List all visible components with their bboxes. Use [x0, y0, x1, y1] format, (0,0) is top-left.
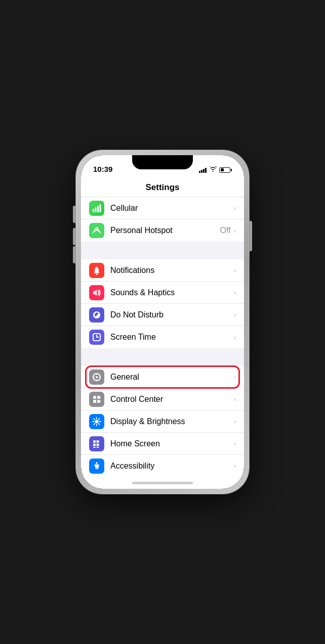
svg-line-28: [94, 424, 95, 425]
phone-frame: 10:39: [76, 150, 249, 494]
accessibility-label: Accessibility: [110, 462, 234, 471]
home-screen-icon: [89, 436, 104, 451]
phone-screen: 10:39: [81, 155, 244, 489]
notch: [132, 155, 193, 169]
settings-item-sounds-haptics[interactable]: Sounds & Haptics ›: [81, 282, 244, 304]
settings-item-notifications[interactable]: Notifications ›: [81, 259, 244, 282]
section-connectivity-items: Cellular ›: [81, 197, 244, 242]
svg-rect-29: [93, 440, 96, 443]
screen-time-label: Screen Time: [110, 333, 234, 342]
general-label: General: [110, 373, 234, 382]
display-brightness-icon: [89, 414, 104, 429]
svg-rect-30: [97, 440, 99, 443]
svg-point-35: [96, 462, 98, 464]
svg-line-25: [94, 419, 95, 420]
home-screen-label: Home Screen: [110, 439, 234, 448]
svg-rect-16: [93, 396, 96, 399]
status-bar: 10:39: [81, 155, 244, 177]
screen-content: 10:39: [81, 155, 244, 489]
settings-item-do-not-disturb[interactable]: Do Not Disturb ›: [81, 304, 244, 326]
svg-rect-1: [95, 207, 97, 212]
svg-rect-17: [97, 396, 100, 399]
svg-rect-2: [97, 206, 99, 212]
settings-item-personal-hotspot[interactable]: Personal Hotspot Off ›: [81, 219, 244, 242]
control-center-chevron: ›: [234, 395, 236, 403]
nav-bar: Settings: [81, 177, 244, 197]
svg-rect-32: [97, 443, 99, 446]
home-indicator: [81, 477, 244, 489]
settings-item-control-center[interactable]: Control Center ›: [81, 388, 244, 410]
accessibility-icon: [89, 458, 104, 474]
control-center-label: Control Center: [110, 395, 234, 404]
signal-icon: [199, 167, 207, 173]
cellular-label: Cellular: [110, 204, 234, 213]
cellular-chevron: ›: [234, 204, 236, 212]
general-item-wrapper: General ›: [81, 366, 244, 388]
section-notifications: Notifications › Sounds &: [81, 259, 244, 348]
status-time: 10:39: [93, 165, 112, 173]
hotspot-value: Off: [220, 226, 231, 235]
screen-time-chevron: ›: [234, 334, 236, 341]
section-notifications-items: Notifications › Sounds &: [81, 259, 244, 348]
screen-time-icon: [89, 330, 104, 345]
wifi-icon: [209, 166, 217, 173]
sounds-haptics-label: Sounds & Haptics: [110, 288, 234, 297]
svg-rect-3: [100, 204, 101, 212]
svg-rect-31: [93, 443, 96, 446]
svg-rect-34: [97, 447, 99, 448]
do-not-disturb-icon: [89, 307, 104, 323]
personal-hotspot-icon: [89, 223, 104, 238]
settings-item-accessibility[interactable]: Accessibility ›: [81, 455, 244, 477]
do-not-disturb-label: Do Not Disturb: [110, 310, 234, 319]
svg-rect-0: [93, 209, 94, 212]
battery-icon: [219, 167, 232, 173]
home-bar: [132, 482, 193, 484]
settings-item-home-screen[interactable]: Home Screen ›: [81, 433, 244, 455]
page-title: Settings: [89, 182, 236, 193]
display-brightness-chevron: ›: [234, 418, 236, 425]
svg-point-20: [95, 420, 99, 423]
control-center-icon: [89, 392, 104, 407]
home-screen-chevron: ›: [234, 440, 236, 447]
settings-item-general[interactable]: General ›: [81, 366, 244, 388]
settings-item-cellular[interactable]: Cellular ›: [81, 197, 244, 219]
sounds-haptics-chevron: ›: [234, 289, 236, 296]
svg-line-27: [99, 419, 100, 420]
hotspot-chevron: ›: [234, 227, 236, 235]
svg-point-12: [96, 373, 97, 374]
svg-marker-6: [93, 290, 97, 296]
section-general-items: General ›: [81, 366, 244, 477]
svg-point-13: [96, 379, 97, 380]
notifications-label: Notifications: [110, 266, 234, 275]
svg-point-11: [96, 376, 98, 378]
cellular-icon: [89, 201, 104, 216]
status-icons: [199, 166, 232, 173]
settings-list[interactable]: Cellular ›: [81, 197, 244, 477]
do-not-disturb-chevron: ›: [234, 311, 236, 318]
svg-point-14: [93, 376, 94, 377]
svg-rect-33: [93, 447, 96, 448]
svg-point-15: [99, 376, 100, 377]
notifications-chevron: ›: [234, 266, 236, 274]
svg-rect-19: [97, 400, 100, 403]
settings-item-display-brightness[interactable]: Display & Brightness ›: [81, 410, 244, 433]
svg-rect-18: [93, 400, 96, 403]
notifications-icon: [89, 263, 104, 278]
sounds-haptics-icon: [89, 285, 104, 300]
general-chevron: ›: [234, 373, 236, 381]
general-icon: [89, 370, 104, 385]
svg-point-5: [96, 273, 98, 275]
hotspot-label: Personal Hotspot: [110, 226, 220, 235]
svg-line-26: [99, 424, 100, 425]
section-general: General ›: [81, 366, 244, 477]
display-brightness-label: Display & Brightness: [110, 417, 234, 426]
section-connectivity: Cellular ›: [81, 197, 244, 242]
accessibility-chevron: ›: [234, 462, 236, 470]
settings-item-screen-time[interactable]: Screen Time ›: [81, 326, 244, 348]
